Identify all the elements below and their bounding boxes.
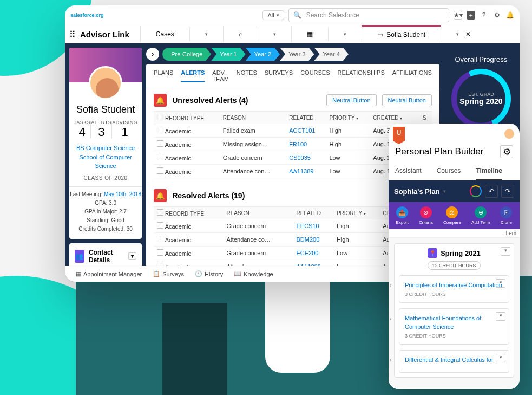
journey-stage[interactable]: Year 3 (280, 48, 314, 61)
alert-bell-icon: 🔔 (154, 94, 167, 107)
mobile-tab[interactable]: Assistant (395, 163, 422, 180)
app-launcher-icon[interactable]: ⠿ (65, 29, 80, 40)
subtab[interactable]: PLANS (154, 69, 173, 82)
class-of: CLASS OF 2020 (74, 174, 137, 182)
checkbox[interactable] (157, 167, 163, 174)
action-export[interactable]: 📤Export (396, 206, 409, 225)
calendar-icon: ▦ (307, 30, 313, 38)
subtabs: PLANSALERTSADV. TEAMNOTESSURVEYSCOURSESR… (146, 64, 439, 88)
action-add term[interactable]: ⊕Add Term (471, 206, 490, 225)
neutral-button[interactable]: Neutral Button (326, 94, 376, 106)
related-link[interactable]: EECS10 (296, 223, 319, 229)
plan-selector[interactable]: Sophia's Plan▾ ↶ ↷ (389, 180, 520, 202)
search-icon: 🔍 (293, 11, 302, 20)
subtab[interactable]: NOTES (237, 69, 257, 82)
journey-stage[interactable]: Year 2 (246, 48, 280, 61)
profile-card: Sofia Student TASKS4ALERTS3ADVISING1 BS … (69, 48, 142, 239)
tab-cases[interactable]: Cases (140, 26, 189, 42)
action-clone[interactable]: ⎘Clone (500, 206, 512, 225)
chevron-down-icon[interactable]: ▾ (496, 312, 505, 321)
chevron-down-icon[interactable]: ▾ (501, 247, 510, 256)
utility-item[interactable]: 🕘 History (195, 270, 223, 277)
checkbox[interactable] (157, 222, 163, 229)
journey-back-icon[interactable]: › (146, 48, 159, 61)
avatar (89, 66, 122, 100)
chevron-right-icon: › (390, 315, 391, 321)
journey-stage[interactable]: Year 1 (211, 48, 245, 61)
chevron-down-icon[interactable]: ▾ (128, 252, 136, 260)
checkbox[interactable] (157, 249, 163, 256)
add-icon[interactable]: ＋ (467, 11, 475, 20)
journey-stage[interactable]: Year 4 (314, 48, 349, 61)
progress-ring: EST. GRAD Spring 2020 (451, 69, 511, 128)
pin-icon: 📍 (428, 248, 437, 258)
settings-gear-icon[interactable]: ⚙ (500, 145, 513, 158)
setup-gear-icon[interactable]: ⚙ (492, 11, 501, 20)
tab-sofia[interactable]: ▭Sofia Student (362, 25, 441, 43)
related-link[interactable]: CS0035 (289, 154, 311, 161)
unresolved-title: Unresolved Alerts (4) (172, 96, 321, 105)
home-icon: ⌂ (239, 30, 242, 38)
undo-icon[interactable]: ↶ (485, 185, 498, 198)
tab-dropdown[interactable]: ▾ (328, 27, 362, 41)
chevron-down-icon[interactable]: ▾ (496, 354, 505, 362)
utility-item[interactable]: 📋 Surveys (153, 270, 184, 277)
tab-calendar[interactable]: ▦ (291, 26, 328, 42)
neutral-button[interactable]: Neutral Button (382, 94, 432, 106)
utility-item[interactable]: 📖 Knowledge (234, 270, 273, 277)
subtab[interactable]: AFFILIATIONS (392, 69, 432, 82)
action-compare[interactable]: ⚖Compare (443, 206, 461, 225)
contact-icon: 👥 (75, 250, 84, 263)
chevron-down-icon[interactable]: ▾ (496, 279, 505, 288)
journey-path: › Pre-CollegeYear 1Year 2Year 3Year 4 (146, 48, 439, 61)
related-link[interactable]: ECE200 (296, 250, 318, 256)
related-link[interactable]: ACCT101 (289, 127, 315, 134)
action-criteria[interactable]: ⊙Criteria (419, 206, 433, 225)
folder-icon: ▭ (377, 31, 383, 38)
help-icon[interactable]: ? (480, 11, 488, 20)
subtab[interactable]: ADV. TEAM (212, 69, 229, 82)
tab-dropdown[interactable]: ▾ (258, 27, 291, 41)
last-meeting-link[interactable]: May 10th, 2018 (104, 191, 141, 197)
journey-stage[interactable]: Pre-College (162, 48, 211, 61)
related-link[interactable]: AA11389 (289, 168, 313, 174)
course-card[interactable]: ›Mathematical Foundations of Computer Sc… (399, 308, 509, 345)
color-ring-icon (470, 185, 482, 197)
close-icon[interactable]: ✕ (465, 30, 471, 38)
related-link[interactable]: BDM200 (296, 236, 319, 243)
redo-icon[interactable]: ↷ (501, 185, 514, 198)
notifications-bell-icon[interactable]: 🔔 (505, 11, 514, 20)
chevron-right-icon: › (390, 282, 391, 288)
course-card[interactable]: ›Principles of Imperative Computation3 C… (399, 275, 509, 303)
tab-home[interactable]: ⌂ (223, 26, 258, 42)
app-name: Advisor Link (80, 30, 140, 39)
subtab[interactable]: SURVEYS (265, 69, 293, 82)
course-card[interactable]: ›Differential & Integral Calculus for▾ (399, 350, 509, 372)
subtab[interactable]: ALERTS (181, 69, 205, 82)
mobile-tab[interactable]: Courses (437, 163, 461, 180)
school-link[interactable]: School of Computer Science (74, 153, 137, 171)
tab-dropdown[interactable]: ▾✕ (441, 26, 486, 42)
subtab[interactable]: RELATIONSHIPS (338, 69, 385, 82)
checkbox[interactable] (157, 127, 163, 133)
student-name: Sofia Student (69, 104, 142, 115)
search-input[interactable]: 🔍 Search Salesforce (288, 8, 449, 22)
scope-selector[interactable]: All▾ (262, 10, 284, 20)
tab-dropdown[interactable]: ▾ (189, 27, 223, 41)
related-link[interactable]: FR100 (289, 141, 307, 147)
mobile-tab[interactable]: Timeline (476, 163, 502, 180)
tab-bar: ⠿ Advisor Link Cases ▾ ⌂ ▾ ▦ ▾ ▭Sofia St… (65, 25, 520, 43)
salesforce-logo: salesforce.org (70, 8, 103, 23)
subtab[interactable]: COURSES (300, 69, 330, 82)
checkbox[interactable] (157, 154, 163, 160)
header: salesforce.org All▾ 🔍 Search Salesforce … (65, 5, 520, 25)
favorite-icon[interactable]: ★▾ (454, 11, 462, 20)
program-link[interactable]: BS Computer Science (74, 144, 137, 153)
mobile-window: U Personal Plan Builder ⚙ AssistantCours… (389, 124, 520, 389)
chevron-right-icon: › (390, 357, 391, 363)
mobile-title: Personal Plan Builder (395, 146, 483, 157)
checkbox[interactable] (157, 140, 163, 147)
utility-item[interactable]: ▦ Appointment Manager (76, 270, 142, 277)
checkbox[interactable] (157, 236, 163, 242)
progress-card: Overall Progress EST. GRAD Spring 2020 (444, 48, 518, 136)
